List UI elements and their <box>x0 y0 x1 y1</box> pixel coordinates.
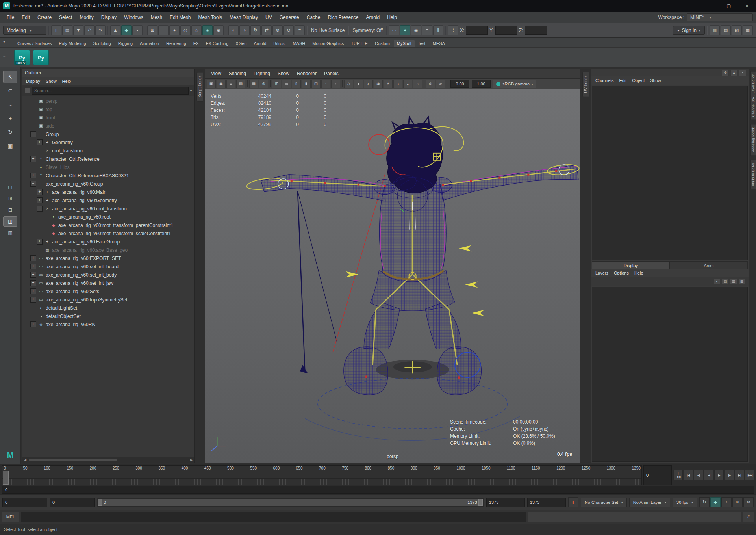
fps-dropdown[interactable]: 30 fps ▾ <box>673 498 697 507</box>
menu-edit[interactable]: Edit <box>18 13 33 22</box>
expand-icon[interactable]: + <box>30 255 36 261</box>
auto-key-icon[interactable]: ◆ <box>710 497 721 507</box>
script-editor-tab[interactable]: Script Editor <box>196 72 203 101</box>
hypershade-persp-layout-button[interactable]: ▥ <box>3 228 17 238</box>
workspace-dropdown[interactable]: MINE* ▾ <box>687 13 753 21</box>
menu-edit-mesh[interactable]: Edit Mesh <box>166 13 194 22</box>
filter-icon[interactable] <box>25 88 30 93</box>
shelf-tab-custom[interactable]: Custom <box>372 40 393 47</box>
shelf-tab-xgen[interactable]: XGen <box>232 40 250 47</box>
command-line-input[interactable] <box>21 512 526 522</box>
animation-start-field[interactable] <box>2 498 47 507</box>
safe-action-icon[interactable]: ▫ <box>321 80 330 88</box>
move-tool-icon[interactable]: + <box>3 112 17 124</box>
shadows-toggle-icon[interactable]: ◑ <box>393 80 402 88</box>
paint-select-tool-icon[interactable]: ≈ <box>3 98 17 111</box>
highlight-selection-icon[interactable]: ⊕ <box>272 25 283 35</box>
menu-create[interactable]: Create <box>34 13 55 22</box>
outliner-row[interactable]: +▣persp <box>22 97 194 105</box>
shaded-mode-icon[interactable]: ● <box>354 80 363 88</box>
outliner-row[interactable]: +▣top <box>22 105 194 113</box>
toggle-modeling-toolkit-icon[interactable]: ▥ <box>710 25 720 35</box>
four-pane-layout-button[interactable]: ⊞ <box>3 193 17 204</box>
motion-blur-icon[interactable]: ◌ <box>413 80 422 88</box>
step-forward-frame-button[interactable]: ▶| <box>735 470 744 480</box>
playback-range[interactable]: 0 1373 <box>98 499 483 506</box>
animation-end-field[interactable] <box>527 498 566 507</box>
expand-icon[interactable]: + <box>30 272 36 278</box>
outliner-row[interactable]: +*Character_Ctrl:ReferenceFBXASC0321 <box>22 171 194 180</box>
viewport-menu-panels[interactable]: Panels <box>321 69 342 78</box>
anim-snap-icon[interactable]: ⊞ <box>732 497 743 507</box>
minimize-button[interactable]: — <box>702 0 720 12</box>
shelf-tab-turtle[interactable]: TURTLE <box>348 40 371 47</box>
outliner-row[interactable]: +◐defaultLightSet <box>22 304 194 312</box>
viewport-menu-show[interactable]: Show <box>274 69 293 78</box>
playback-start-field[interactable] <box>50 498 94 507</box>
expand-icon[interactable]: + <box>30 297 36 303</box>
shelf-item-python-script[interactable]: Py <box>33 50 49 65</box>
viewport-menu-shading[interactable]: Shading <box>225 69 250 78</box>
anim-layer-dropdown[interactable]: No Anim Layer ▾ <box>629 498 670 507</box>
z-coordinate-field[interactable] <box>525 26 547 35</box>
edge-tab-channel-box-layer-editor[interactable]: Channel Box / Layer Editor <box>750 71 756 120</box>
lighting-toggle-icon[interactable]: ☀ <box>384 80 393 88</box>
chevron-down-icon[interactable]: ▾ <box>190 89 192 93</box>
playback-loop-icon[interactable]: ↻ <box>699 497 710 507</box>
outliner-row[interactable]: +▭axe_arcana_rig_v60:topoSymmetrySet <box>22 295 194 304</box>
grid-toggle-icon[interactable]: ⊞ <box>272 80 281 88</box>
toggle-channel-box-icon[interactable]: ▦ <box>743 25 753 35</box>
channel-box-menu-object[interactable]: Object <box>629 77 647 84</box>
tab-anim[interactable]: Anim <box>670 261 748 269</box>
outliner-horizontal-scrollbar[interactable]: ◀ ▶ <box>22 457 194 463</box>
bookmark-view-icon[interactable]: ▤ <box>236 80 245 88</box>
lasso-tool-icon[interactable]: ⊂ <box>3 84 17 97</box>
expand-icon[interactable]: + <box>30 173 36 178</box>
shelf-tab-motion-graphics[interactable]: Motion Graphics <box>309 40 347 47</box>
outliner-menu-help[interactable]: Help <box>59 78 74 84</box>
render-settings-icon[interactable]: ≡ <box>422 25 432 35</box>
field-chart-icon[interactable]: ◫ <box>311 80 321 88</box>
render-view-icon[interactable]: ▭ <box>389 25 399 35</box>
outliner-row[interactable]: +▭axe_arcana_rig_v60:Sets <box>22 287 194 295</box>
menu-mesh-tools[interactable]: Mesh Tools <box>195 13 226 22</box>
mute-icon[interactable]: ♪ <box>721 497 732 507</box>
maximize-button[interactable]: ▢ <box>720 0 738 12</box>
expand-panel-icon[interactable]: ▴ <box>730 70 737 76</box>
shelf-tab-rendering[interactable]: Rendering <box>163 40 189 47</box>
layer-list[interactable] <box>592 287 748 462</box>
shelf-tab-test[interactable]: test <box>415 40 429 47</box>
toggle-tool-settings-icon[interactable]: ▧ <box>732 25 742 35</box>
menu-mesh-display[interactable]: Mesh Display <box>226 13 261 22</box>
script-editor-icon[interactable]: # <box>743 512 754 522</box>
outliner-row[interactable]: +▣front <box>22 113 194 122</box>
outliner-row[interactable]: +●Slave_Hips <box>22 163 194 171</box>
range-slider[interactable]: 0 1373 <box>97 498 484 507</box>
command-line-result[interactable] <box>528 512 741 522</box>
channel-box-menu-edit[interactable]: Edit <box>616 77 629 84</box>
shelf-tab-mesa[interactable]: MESA <box>430 40 448 47</box>
select-hierarchy-mask-icon[interactable]: ▲ <box>110 25 120 35</box>
select-tool-icon[interactable]: ↖ <box>3 71 17 83</box>
y-coordinate-field[interactable] <box>495 26 517 35</box>
input-connections-icon[interactable]: ◐ <box>228 25 239 35</box>
expand-icon[interactable]: + <box>37 139 43 145</box>
construction-history-icon[interactable]: ↻ <box>250 25 261 35</box>
safe-title-icon[interactable]: ▪ <box>331 80 340 88</box>
horizontal-split-layout-button[interactable]: ⊟ <box>3 205 17 215</box>
menu-rich-presence[interactable]: Rich Presence <box>324 13 362 22</box>
menu-uv[interactable]: UV <box>262 13 276 22</box>
outliner-row[interactable]: +▭axe_arcana_rig_v60:EXPORT_SET <box>22 254 194 262</box>
save-scene-icon[interactable]: ▼ <box>73 25 83 35</box>
current-frame-field[interactable] <box>643 465 672 485</box>
exposure-field[interactable]: 0.00 <box>450 80 469 88</box>
new-layer-from-selected-icon[interactable]: ▥ <box>730 279 737 285</box>
outliner-row[interactable]: +▦axe_arcana_rig_v60:axe_Base_geo <box>22 246 194 254</box>
expand-icon[interactable]: + <box>30 288 36 294</box>
viewport-menu-renderer[interactable]: Renderer <box>293 69 320 78</box>
outliner-row[interactable]: +◈axe_arcana_rig_v60RN <box>22 320 194 329</box>
outliner-row[interactable]: −+Group <box>22 130 194 138</box>
use-default-material-icon[interactable]: ◉ <box>374 80 383 88</box>
scale-tool-icon[interactable]: ▣ <box>3 139 17 152</box>
outliner-row[interactable]: −+axe_arcana_rig_v60:Group <box>22 180 194 188</box>
